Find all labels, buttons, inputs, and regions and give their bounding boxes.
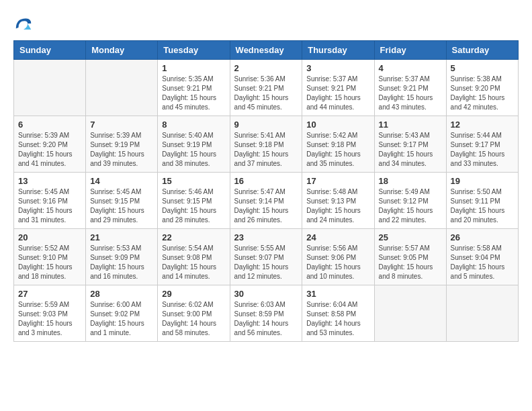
day-number: 10	[306, 120, 369, 130]
day-info: Sunrise: 5:40 AM Sunset: 9:19 PM Dayligh…	[162, 131, 225, 169]
day-info: Sunrise: 5:37 AM Sunset: 9:21 PM Dayligh…	[306, 75, 369, 112]
day-number: 11	[379, 120, 442, 130]
day-number: 6	[18, 120, 81, 130]
weekday-header: Friday	[374, 41, 446, 60]
calendar-day-cell: 8Sunrise: 5:40 AM Sunset: 9:19 PM Daylig…	[158, 116, 230, 173]
day-number: 31	[306, 289, 369, 299]
calendar-day-cell: 18Sunrise: 5:49 AM Sunset: 9:12 PM Dayli…	[374, 173, 446, 229]
day-number: 23	[234, 232, 298, 242]
day-number: 22	[162, 232, 225, 242]
calendar-day-cell: 15Sunrise: 5:46 AM Sunset: 9:15 PM Dayli…	[158, 173, 230, 229]
day-number: 14	[90, 176, 153, 186]
calendar-day-cell: 3Sunrise: 5:37 AM Sunset: 9:21 PM Daylig…	[302, 60, 374, 116]
page-header	[13, 13, 519, 34]
day-info: Sunrise: 5:53 AM Sunset: 9:09 PM Dayligh…	[90, 244, 153, 281]
weekday-header: Wednesday	[230, 41, 302, 60]
calendar-day-cell: 29Sunrise: 6:02 AM Sunset: 9:00 PM Dayli…	[158, 285, 230, 342]
day-number: 7	[90, 120, 153, 130]
weekday-header: Sunday	[14, 41, 86, 60]
calendar-day-cell: 25Sunrise: 5:57 AM Sunset: 9:05 PM Dayli…	[374, 229, 446, 285]
day-info: Sunrise: 5:59 AM Sunset: 9:03 PM Dayligh…	[18, 300, 81, 338]
calendar-week-row: 1Sunrise: 5:35 AM Sunset: 9:21 PM Daylig…	[14, 60, 519, 116]
day-info: Sunrise: 5:57 AM Sunset: 9:05 PM Dayligh…	[379, 244, 442, 281]
day-number: 5	[451, 63, 514, 73]
weekday-header: Thursday	[302, 41, 374, 60]
weekday-header: Monday	[86, 41, 158, 60]
day-number: 29	[162, 289, 225, 299]
day-number: 24	[306, 232, 369, 242]
calendar-day-cell: 2Sunrise: 5:36 AM Sunset: 9:21 PM Daylig…	[230, 60, 302, 116]
calendar-day-cell: 26Sunrise: 5:58 AM Sunset: 9:04 PM Dayli…	[446, 229, 518, 285]
day-info: Sunrise: 6:00 AM Sunset: 9:02 PM Dayligh…	[90, 300, 153, 338]
logo	[13, 13, 36, 34]
calendar-day-cell: 19Sunrise: 5:50 AM Sunset: 9:11 PM Dayli…	[446, 173, 518, 229]
calendar-day-cell: 16Sunrise: 5:47 AM Sunset: 9:14 PM Dayli…	[230, 173, 302, 229]
day-info: Sunrise: 5:45 AM Sunset: 9:15 PM Dayligh…	[90, 187, 153, 225]
logo-icon	[13, 13, 34, 34]
day-number: 8	[162, 120, 225, 130]
day-info: Sunrise: 5:42 AM Sunset: 9:18 PM Dayligh…	[306, 131, 369, 169]
day-number: 2	[234, 63, 298, 73]
day-number: 17	[306, 176, 369, 186]
day-number: 4	[379, 63, 442, 73]
day-info: Sunrise: 5:39 AM Sunset: 9:20 PM Dayligh…	[18, 131, 81, 169]
day-number: 28	[90, 289, 153, 299]
day-info: Sunrise: 5:54 AM Sunset: 9:08 PM Dayligh…	[162, 244, 225, 281]
day-info: Sunrise: 5:49 AM Sunset: 9:12 PM Dayligh…	[379, 187, 442, 225]
day-info: Sunrise: 5:58 AM Sunset: 9:04 PM Dayligh…	[451, 244, 514, 281]
calendar-day-cell: 30Sunrise: 6:03 AM Sunset: 8:59 PM Dayli…	[230, 285, 302, 342]
day-info: Sunrise: 5:38 AM Sunset: 9:20 PM Dayligh…	[451, 75, 514, 112]
day-number: 13	[18, 176, 81, 186]
day-number: 12	[451, 120, 514, 130]
calendar-day-cell: 17Sunrise: 5:48 AM Sunset: 9:13 PM Dayli…	[302, 173, 374, 229]
day-info: Sunrise: 5:52 AM Sunset: 9:10 PM Dayligh…	[18, 244, 81, 281]
calendar-day-cell: 24Sunrise: 5:56 AM Sunset: 9:06 PM Dayli…	[302, 229, 374, 285]
calendar-day-cell: 27Sunrise: 5:59 AM Sunset: 9:03 PM Dayli…	[14, 285, 86, 342]
day-info: Sunrise: 6:04 AM Sunset: 8:58 PM Dayligh…	[306, 300, 369, 338]
calendar-header-row: SundayMondayTuesdayWednesdayThursdayFrid…	[14, 41, 519, 60]
calendar-day-cell: 6Sunrise: 5:39 AM Sunset: 9:20 PM Daylig…	[14, 116, 86, 173]
calendar-week-row: 6Sunrise: 5:39 AM Sunset: 9:20 PM Daylig…	[14, 116, 519, 173]
day-number: 1	[162, 63, 225, 73]
day-number: 25	[379, 232, 442, 242]
day-info: Sunrise: 5:56 AM Sunset: 9:06 PM Dayligh…	[306, 244, 369, 281]
day-info: Sunrise: 5:35 AM Sunset: 9:21 PM Dayligh…	[162, 75, 225, 112]
day-info: Sunrise: 5:36 AM Sunset: 9:21 PM Dayligh…	[234, 75, 298, 112]
day-number: 20	[18, 232, 81, 242]
calendar-day-cell: 5Sunrise: 5:38 AM Sunset: 9:20 PM Daylig…	[446, 60, 518, 116]
calendar-day-cell: 22Sunrise: 5:54 AM Sunset: 9:08 PM Dayli…	[158, 229, 230, 285]
calendar-day-cell: 9Sunrise: 5:41 AM Sunset: 9:18 PM Daylig…	[230, 116, 302, 173]
day-info: Sunrise: 6:02 AM Sunset: 9:00 PM Dayligh…	[162, 300, 225, 338]
day-number: 21	[90, 232, 153, 242]
day-number: 3	[306, 63, 369, 73]
day-number: 9	[234, 120, 298, 130]
day-info: Sunrise: 5:39 AM Sunset: 9:19 PM Dayligh…	[90, 131, 153, 169]
calendar-day-cell: 11Sunrise: 5:43 AM Sunset: 9:17 PM Dayli…	[374, 116, 446, 173]
day-number: 26	[451, 232, 514, 242]
calendar-day-cell	[374, 285, 446, 342]
weekday-header: Tuesday	[158, 41, 230, 60]
calendar-day-cell	[446, 285, 518, 342]
weekday-header: Saturday	[446, 41, 518, 60]
day-number: 19	[451, 176, 514, 186]
calendar-week-row: 13Sunrise: 5:45 AM Sunset: 9:16 PM Dayli…	[14, 173, 519, 229]
calendar-day-cell: 12Sunrise: 5:44 AM Sunset: 9:17 PM Dayli…	[446, 116, 518, 173]
calendar-week-row: 27Sunrise: 5:59 AM Sunset: 9:03 PM Dayli…	[14, 285, 519, 342]
day-number: 18	[379, 176, 442, 186]
calendar-week-row: 20Sunrise: 5:52 AM Sunset: 9:10 PM Dayli…	[14, 229, 519, 285]
calendar-day-cell: 28Sunrise: 6:00 AM Sunset: 9:02 PM Dayli…	[86, 285, 158, 342]
day-info: Sunrise: 5:37 AM Sunset: 9:21 PM Dayligh…	[379, 75, 442, 112]
calendar-day-cell	[86, 60, 158, 116]
calendar-day-cell: 1Sunrise: 5:35 AM Sunset: 9:21 PM Daylig…	[158, 60, 230, 116]
day-info: Sunrise: 5:47 AM Sunset: 9:14 PM Dayligh…	[234, 187, 298, 225]
calendar-day-cell: 7Sunrise: 5:39 AM Sunset: 9:19 PM Daylig…	[86, 116, 158, 173]
day-info: Sunrise: 5:55 AM Sunset: 9:07 PM Dayligh…	[234, 244, 298, 281]
day-number: 27	[18, 289, 81, 299]
day-info: Sunrise: 5:48 AM Sunset: 9:13 PM Dayligh…	[306, 187, 369, 225]
day-info: Sunrise: 5:44 AM Sunset: 9:17 PM Dayligh…	[451, 131, 514, 169]
day-info: Sunrise: 6:03 AM Sunset: 8:59 PM Dayligh…	[234, 300, 298, 338]
day-info: Sunrise: 5:50 AM Sunset: 9:11 PM Dayligh…	[451, 187, 514, 225]
calendar-day-cell: 20Sunrise: 5:52 AM Sunset: 9:10 PM Dayli…	[14, 229, 86, 285]
day-number: 16	[234, 176, 298, 186]
calendar-day-cell: 23Sunrise: 5:55 AM Sunset: 9:07 PM Dayli…	[230, 229, 302, 285]
